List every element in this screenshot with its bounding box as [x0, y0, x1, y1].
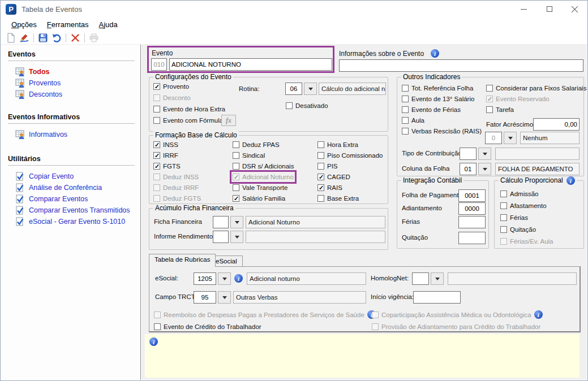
- fator-acrescimo-input[interactable]: [533, 118, 580, 131]
- checkbox-box: [486, 96, 493, 102]
- campo-trct-dropdown[interactable]: [218, 291, 231, 304]
- checkbox-evento-hora-extra[interactable]: Evento de Hora Extra: [153, 105, 225, 113]
- ficha-financeira-dropdown[interactable]: [230, 216, 243, 228]
- info-icon[interactable]: [534, 310, 543, 319]
- tipo-contribuicao-dropdown[interactable]: [478, 148, 491, 160]
- maximize-button[interactable]: [537, 1, 562, 18]
- info-evento-label: Informações sobre o Evento: [339, 49, 439, 58]
- esocial-dropdown[interactable]: [218, 272, 231, 285]
- checkbox-irrf[interactable]: IRRF: [153, 151, 178, 159]
- ferias-label: Férias: [402, 218, 420, 225]
- coluna-folha-dropdown[interactable]: [478, 163, 491, 175]
- edit-pencil-icon[interactable]: [18, 32, 31, 44]
- checkbox-box: [372, 323, 379, 330]
- fator-acrescimo-label: Fator Acréscimo: [486, 121, 533, 128]
- checkbox-quitacao-proporcional[interactable]: Quitação: [500, 226, 536, 233]
- minimize-button[interactable]: [511, 1, 537, 18]
- checkbox-deduz-inss: Deduz INSS: [153, 173, 199, 181]
- task-check-icon: [15, 183, 24, 192]
- sidebar-item-copiar-evento[interactable]: Copiar Evento: [1, 171, 138, 182]
- checkbox-afastamento[interactable]: Afastamento: [500, 202, 547, 210]
- sidebar-item-informativos[interactable]: Informativos: [1, 129, 138, 140]
- checkbox-evento-de-ferias[interactable]: Evento de Férias: [402, 106, 461, 114]
- new-document-icon[interactable]: [4, 32, 18, 44]
- folha-pagamento-input[interactable]: [458, 189, 486, 202]
- coluna-folha-value[interactable]: 01: [460, 163, 477, 175]
- checkbox-rais[interactable]: RAIS: [317, 184, 342, 192]
- tipo-contribuicao-value[interactable]: [460, 148, 477, 160]
- rotina-code-value[interactable]: 06: [285, 83, 302, 95]
- menu-opcoes[interactable]: Opções: [6, 19, 42, 30]
- checkbox-aula[interactable]: Aula: [402, 116, 424, 124]
- checkbox-provento[interactable]: Provento: [153, 83, 189, 90]
- info-icon[interactable]: [234, 274, 243, 283]
- esocial-code-value[interactable]: 1205: [194, 272, 216, 285]
- ferias-input[interactable]: [458, 216, 486, 228]
- delete-icon[interactable]: [68, 32, 82, 44]
- checkbox-vale-transporte[interactable]: Vale Transporte: [233, 184, 287, 192]
- toolbar-separator: [66, 33, 66, 42]
- info-icon[interactable]: [566, 176, 575, 185]
- sidebar-item-descontos[interactable]: Descontos: [1, 89, 138, 100]
- checkbox-provisao-adiantamento-credito: Provisão de Adiantamento para Crédito do…: [372, 323, 540, 331]
- info-icon[interactable]: [431, 49, 439, 58]
- campo-trct-label: Campo TRCT:: [155, 293, 196, 300]
- checkbox-box: [500, 238, 507, 245]
- tab-tabela-de-rubricas[interactable]: Tabela de Rubricas: [149, 254, 216, 267]
- informe-rendimentos-value[interactable]: [213, 231, 229, 243]
- checkbox-verbas-rescisao-rais[interactable]: Verbas Rescisão (RAIS): [402, 127, 482, 135]
- checkbox-box: [153, 117, 160, 124]
- checkbox-box: [486, 106, 493, 113]
- menu-ajuda[interactable]: Ajuda: [94, 19, 123, 30]
- checkbox-desativado[interactable]: Desativado: [286, 102, 328, 110]
- checkbox-piso-comissionado[interactable]: Piso Comissionado: [317, 151, 383, 159]
- sidebar-section-utilitarios: Utilitários: [1, 155, 138, 163]
- checkbox-considerar-fixos-salariais[interactable]: Considerar para Fixos Salariais: [486, 84, 586, 92]
- checkbox-base-extra[interactable]: Base Extra: [317, 194, 359, 202]
- sidebar-item-comparar-eventos-transmitidos[interactable]: Comparar Eventos Transmitidos: [1, 205, 138, 216]
- checkbox-sindical[interactable]: Sindical: [233, 151, 265, 159]
- divider: [8, 165, 135, 166]
- checkbox-caged[interactable]: CAGED: [317, 173, 350, 181]
- checkbox-evento-credito-trabalhador[interactable]: Evento de Crédito do Trabalhador: [154, 323, 261, 331]
- checkbox-box: [500, 202, 507, 209]
- ficha-financeira-value[interactable]: [213, 216, 229, 228]
- checkbox-hora-extra[interactable]: Hora Extra: [317, 141, 358, 149]
- quitacao-input[interactable]: [458, 232, 486, 244]
- formula-fx-button: fx: [221, 115, 236, 126]
- checkbox-dsr-adicionais[interactable]: DSR s/ Adicionais: [233, 162, 294, 170]
- checkbox-ferias-proporcional[interactable]: Férias: [500, 214, 528, 222]
- campo-trct-value[interactable]: 95: [194, 291, 216, 304]
- sidebar-section-eventos: Eventos: [1, 50, 138, 58]
- checkbox-inss[interactable]: INSS: [153, 141, 178, 149]
- sidebar-item-proventos[interactable]: Proventos: [1, 77, 138, 89]
- undo-icon[interactable]: [50, 32, 63, 44]
- info-evento-input[interactable]: [339, 59, 583, 72]
- close-button[interactable]: [562, 1, 587, 18]
- checkbox-box: [486, 85, 493, 92]
- evento-name-input[interactable]: [169, 58, 332, 71]
- checkbox-box: [153, 106, 160, 112]
- save-icon[interactable]: [36, 32, 50, 44]
- menu-ferramentas[interactable]: Ferramentas: [42, 19, 94, 30]
- checkbox-deduz-fpas[interactable]: Deduz FPAS: [233, 141, 280, 149]
- checkbox-tot-referencia-folha[interactable]: Tot. Referência Folha: [402, 84, 473, 92]
- rotina-dropdown-button[interactable]: [304, 83, 317, 95]
- checkbox-tarefa[interactable]: Tarefa: [486, 106, 514, 114]
- sidebar-item-comparar-eventos[interactable]: Comparar Eventos: [1, 193, 138, 205]
- inicio-vigencia-input[interactable]: [413, 291, 461, 304]
- sidebar-item-analise-de-conferencia[interactable]: Análise de Conferência: [1, 182, 138, 193]
- checkbox-pis[interactable]: PIS: [317, 162, 338, 170]
- checkbox-fgts[interactable]: FGTS: [153, 162, 181, 170]
- checkbox-salario-familia[interactable]: Salário Familia: [233, 194, 285, 202]
- adiantamento-input[interactable]: [458, 202, 486, 215]
- checkbox-admissao[interactable]: Admissão: [500, 190, 539, 198]
- evento-code-input[interactable]: [151, 58, 167, 71]
- sidebar-item-todos[interactable]: Todos: [1, 66, 138, 77]
- homolognet-value[interactable]: [412, 272, 429, 285]
- checkbox-evento-com-formula[interactable]: Evento com Fórmula: [153, 116, 223, 124]
- informe-rendimentos-dropdown[interactable]: [230, 231, 243, 243]
- homolognet-dropdown[interactable]: [431, 272, 444, 285]
- checkbox-evento-13-salario[interactable]: Evento de 13° Salário: [402, 95, 474, 103]
- sidebar-item-esocial-gerar-evento-s1010[interactable]: eSocial - Gerar Evento S-1010: [1, 216, 138, 227]
